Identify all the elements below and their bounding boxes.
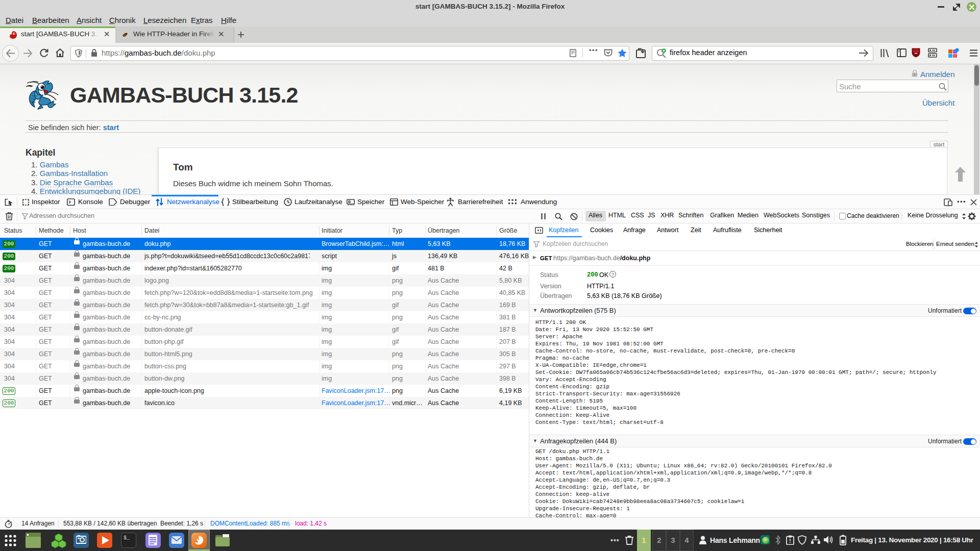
svg-text:!: ! [789, 538, 791, 544]
